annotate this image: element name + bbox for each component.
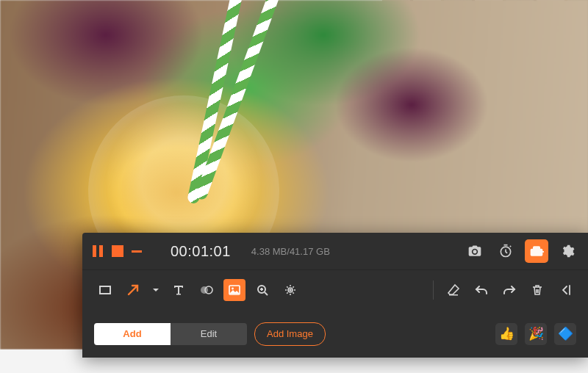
minimize-button[interactable] (131, 245, 143, 257)
delete-button[interactable] (526, 279, 548, 301)
add-image-button[interactable]: Add Image (254, 322, 326, 346)
toolbar-separator (433, 280, 434, 300)
recorder-top-bar: 00:01:01 4.38 MB/41.17 GB (82, 233, 588, 270)
stop-button[interactable] (112, 245, 123, 257)
svg-rect-2 (112, 245, 123, 257)
svg-rect-5 (100, 286, 110, 294)
sticker-thumbs-up[interactable]: 👍 (495, 323, 517, 345)
tool-dropdown[interactable] (150, 279, 162, 301)
annotation-toolbar (82, 270, 588, 310)
sticker-confetti[interactable]: 🎉 (525, 323, 547, 345)
screenshot-canvas: 00:01:01 4.38 MB/41.17 GB (0, 0, 588, 373)
collapse-panel-button[interactable] (554, 279, 576, 301)
arrow-tool[interactable] (122, 279, 144, 301)
counter-tool[interactable] (196, 279, 218, 301)
redo-button[interactable] (498, 279, 520, 301)
elapsed-timer: 00:01:01 (171, 243, 231, 260)
toolbox-button[interactable] (525, 239, 548, 263)
svg-rect-0 (93, 245, 96, 257)
undo-button[interactable] (470, 279, 492, 301)
storage-readout: 4.38 MB/41.17 GB (251, 246, 330, 257)
eraser-tool[interactable] (442, 279, 465, 301)
text-tool[interactable] (168, 279, 190, 301)
zoom-tool[interactable] (251, 279, 273, 301)
screenshot-button[interactable] (463, 239, 487, 263)
schedule-button[interactable] (494, 239, 517, 263)
svg-point-12 (290, 289, 291, 291)
recorder-bottom-bar: Add Edit Add Image 👍 🎉 🔷 (82, 310, 588, 358)
svg-rect-3 (132, 250, 142, 253)
recorder-panel: 00:01:01 4.38 MB/41.17 GB (82, 233, 588, 358)
sticker-diamond[interactable]: 🔷 (554, 323, 576, 345)
pause-button[interactable] (91, 245, 104, 258)
edit-mode-button[interactable]: Edit (171, 323, 247, 345)
spotlight-tool[interactable] (279, 279, 301, 301)
settings-button[interactable] (556, 239, 579, 263)
svg-rect-1 (99, 245, 103, 257)
mode-segment: Add Edit (94, 323, 247, 345)
image-tool[interactable] (223, 279, 245, 301)
rectangle-tool[interactable] (94, 279, 116, 301)
svg-point-9 (232, 288, 234, 290)
add-mode-button[interactable]: Add (94, 323, 171, 345)
